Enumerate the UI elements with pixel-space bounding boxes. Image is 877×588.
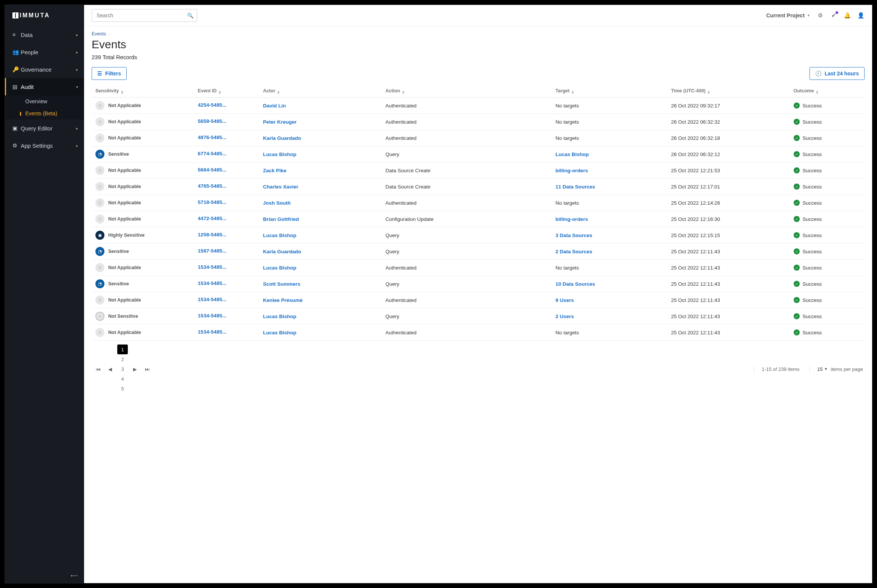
page-first[interactable]: ⏮ bbox=[93, 364, 103, 374]
time-text: 25 Oct 2022 12:11:43 bbox=[671, 297, 720, 303]
actor-link[interactable]: Scott Summers bbox=[263, 281, 300, 287]
event-id-link[interactable]: 1534-5485... bbox=[198, 297, 227, 302]
event-id-link[interactable]: 1534-5485... bbox=[198, 280, 227, 286]
event-id-link[interactable]: 1534-5485... bbox=[198, 264, 227, 270]
actor-link[interactable]: Lucas Bishop bbox=[263, 233, 296, 238]
table-row[interactable]: ◔Sensitive1587-5485...Karla GuardadoQuer… bbox=[92, 243, 865, 260]
table-row[interactable]: ○Not Sensitive1534-5485...Lucas BishopQu… bbox=[92, 308, 865, 325]
sidebar-item-data[interactable]: ≡Data▸ bbox=[5, 26, 84, 43]
items-per-page[interactable]: 15 ▼ items per page bbox=[810, 366, 863, 372]
actor-link[interactable]: Karla Guardado bbox=[263, 135, 301, 141]
page-4[interactable]: 4 bbox=[117, 374, 128, 384]
actor-link[interactable]: Charles Xavier bbox=[263, 184, 298, 190]
sidebar-collapse-button[interactable]: ⟵ bbox=[5, 568, 84, 583]
event-id-link[interactable]: 4254-5485... bbox=[198, 102, 227, 108]
actor-link[interactable]: Kenlee Présumé bbox=[263, 297, 302, 303]
target-link[interactable]: billing-orders bbox=[555, 216, 588, 222]
target-text: No targets bbox=[555, 265, 579, 271]
page-3[interactable]: 3 bbox=[117, 364, 128, 374]
search-icon[interactable]: 🔍 bbox=[187, 12, 193, 18]
page-last[interactable]: ⏭ bbox=[142, 364, 152, 374]
sidebar-subitem-overview[interactable]: Overview bbox=[5, 95, 84, 107]
sort-icon: ▲▼ bbox=[816, 90, 819, 94]
event-id-link[interactable]: 1534-5485... bbox=[198, 313, 227, 318]
col-sensitivity[interactable]: Sensitivity▲▼ bbox=[92, 85, 194, 98]
target-link[interactable]: 2 Data Sources bbox=[555, 249, 592, 254]
col-actor[interactable]: Actor▲▼ bbox=[259, 85, 382, 98]
target-link[interactable]: 10 Data Sources bbox=[555, 281, 595, 287]
actor-link[interactable]: Peter Kreuger bbox=[263, 119, 296, 125]
target-link[interactable]: 2 Users bbox=[555, 314, 574, 319]
project-selector[interactable]: Current Project ▼ bbox=[766, 12, 810, 18]
table-row[interactable]: ⊘Not Applicable4254-5485...David LinAuth… bbox=[92, 98, 865, 114]
table-row[interactable]: ⊘Not Applicable4472-5485...Brian Gottfri… bbox=[92, 211, 865, 227]
sidebar-item-governance[interactable]: 🔑Governance▸ bbox=[5, 61, 84, 78]
actor-link[interactable]: Lucas Bishop bbox=[263, 330, 296, 335]
search-input[interactable] bbox=[92, 9, 197, 22]
col-event-id[interactable]: Event ID▲▼ bbox=[194, 85, 259, 98]
items-per-page-label: items per page bbox=[831, 366, 863, 372]
actor-link[interactable]: Karla Guardado bbox=[263, 249, 301, 254]
table-row[interactable]: ⊘Not Applicable1534-5485...Lucas BishopA… bbox=[92, 325, 865, 341]
breadcrumb-events[interactable]: Events bbox=[92, 31, 106, 37]
event-id-link[interactable]: 4472-5485... bbox=[198, 216, 227, 221]
target-link[interactable]: 11 Data Sources bbox=[555, 184, 595, 190]
user-icon[interactable]: 👤 bbox=[857, 12, 865, 19]
actor-link[interactable]: Lucas Bishop bbox=[263, 314, 296, 319]
actor-link[interactable]: Brian Gottfried bbox=[263, 216, 299, 222]
timerange-button[interactable]: 🕘 Last 24 hours bbox=[810, 67, 865, 80]
col-time[interactable]: Time (UTC-400)▲▼ bbox=[667, 85, 790, 98]
col-outcome[interactable]: Outcome▲▼ bbox=[790, 85, 865, 98]
table-row[interactable]: ⊘Not Applicable5664-5485...Zack PikeData… bbox=[92, 162, 865, 179]
target-link[interactable]: 9 Users bbox=[555, 297, 574, 303]
filters-button[interactable]: ☰ Filters bbox=[92, 67, 127, 80]
page-1[interactable]: 1 bbox=[117, 345, 128, 354]
event-id-link[interactable]: 4876-5485... bbox=[198, 135, 227, 140]
table-row[interactable]: ◔Sensitive6774-5485...Lucas BishopQueryL… bbox=[92, 146, 865, 162]
actor-link[interactable]: Zack Pike bbox=[263, 168, 286, 173]
sidebar-item-query-editor[interactable]: ▣Query Editor▸ bbox=[5, 119, 84, 137]
settings-icon[interactable]: ⚙ bbox=[816, 12, 824, 19]
actor-link[interactable]: Lucas Bishop bbox=[263, 265, 296, 271]
table-row[interactable]: ⊘Not Applicable5718-5485...Josh SouthAut… bbox=[92, 195, 865, 211]
table-row[interactable]: ⊘Not Applicable1534-5485...Kenlee Présum… bbox=[92, 292, 865, 308]
table-row[interactable]: ◔Sensitive1534-5485...Scott SummersQuery… bbox=[92, 276, 865, 292]
tasks-icon[interactable]: ✔ bbox=[830, 12, 837, 19]
table-row[interactable]: ⊘Not Applicable1534-5485...Lucas BishopA… bbox=[92, 260, 865, 276]
table-row[interactable]: ◉Highly Sensitive1258-5485...Lucas Bisho… bbox=[92, 227, 865, 243]
col-action[interactable]: Action▲▼ bbox=[382, 85, 552, 98]
page-5[interactable]: 5 bbox=[117, 384, 128, 394]
actor-link[interactable]: Josh South bbox=[263, 200, 291, 206]
page-2[interactable]: 2 bbox=[117, 354, 128, 364]
event-id-link[interactable]: 5718-5485... bbox=[198, 199, 227, 205]
event-id-link[interactable]: 1534-5485... bbox=[198, 329, 227, 335]
col-target[interactable]: Target▲▼ bbox=[552, 85, 667, 98]
pager-range: 1-15 of 239 items bbox=[754, 366, 799, 372]
event-id-link[interactable]: 6774-5485... bbox=[198, 151, 227, 156]
event-id-link[interactable]: 5664-5485... bbox=[198, 167, 227, 173]
sidebar-subitem-events-beta-[interactable]: Events (Beta) bbox=[5, 107, 84, 119]
sidebar-item-audit[interactable]: ▤Audit▾ bbox=[5, 78, 84, 95]
sidebar-item-people[interactable]: 👥People▸ bbox=[5, 43, 84, 61]
table-row[interactable]: ⊘Not Applicable4876-5485...Karla Guardad… bbox=[92, 130, 865, 146]
target-link[interactable]: Lucas Bishop bbox=[555, 152, 589, 157]
event-id-link[interactable]: 1587-5485... bbox=[198, 248, 227, 254]
notifications-icon[interactable]: 🔔 bbox=[843, 12, 851, 19]
page-prev[interactable]: ◀ bbox=[105, 364, 115, 374]
target-link[interactable]: billing-orders bbox=[555, 168, 588, 173]
table-row[interactable]: ⊘Not Applicable4765-5485...Charles Xavie… bbox=[92, 179, 865, 195]
page-next[interactable]: ▶ bbox=[130, 364, 140, 374]
actor-link[interactable]: David Lin bbox=[263, 103, 286, 109]
event-id-link[interactable]: 4765-5485... bbox=[198, 183, 227, 189]
actor-link[interactable]: Lucas Bishop bbox=[263, 152, 296, 157]
action-text: Query bbox=[385, 233, 399, 238]
event-id-link[interactable]: 1258-5485... bbox=[198, 232, 227, 237]
target-text: No targets bbox=[555, 119, 579, 125]
table-row[interactable]: ⊘Not Applicable5659-5485...Peter Kreuger… bbox=[92, 114, 865, 130]
target-link[interactable]: 3 Data Sources bbox=[555, 233, 592, 238]
event-id-link[interactable]: 5659-5485... bbox=[198, 118, 227, 124]
time-text: 25 Oct 2022 12:11:43 bbox=[671, 265, 720, 271]
sidebar-item-app-settings[interactable]: ⚙App Settings▸ bbox=[5, 137, 84, 154]
sensitivity-sensitive-icon: ◔ bbox=[95, 279, 104, 288]
sensitivity-label: Not Applicable bbox=[108, 216, 141, 222]
